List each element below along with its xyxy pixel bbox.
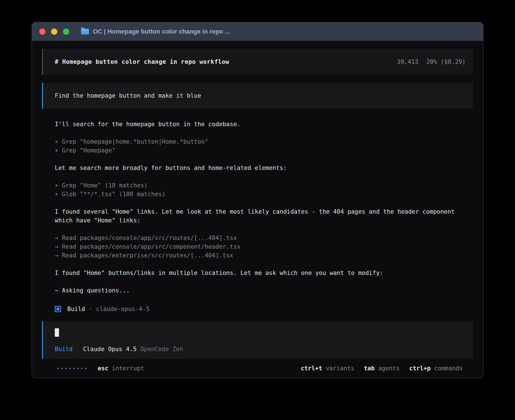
- hint-commands-label: commands: [434, 365, 463, 372]
- tool-call-group: ∗ Grep "Home" (18 matches) ∗ Glob "**/*.…: [55, 181, 473, 199]
- tool-call-grep: ∗ Grep "Homepage": [55, 146, 473, 155]
- close-button[interactable]: [39, 29, 45, 35]
- session-title: # Homepage button color change in repo w…: [55, 58, 229, 65]
- title-bar[interactable]: OC | Homepage button color change in rep…: [32, 22, 483, 41]
- model-label: Claude Opus 4.5: [83, 346, 137, 353]
- spinner-dot: [81, 368, 82, 369]
- tool-call-group: ∗ Grep "homepage|home.*button|Home.*butt…: [55, 137, 473, 155]
- assistant-status: ~ Asking questions...: [55, 286, 473, 295]
- folder-icon: [81, 29, 89, 34]
- provider-label: OpenCode Zen: [140, 346, 183, 353]
- spinner-dot: [65, 368, 67, 369]
- hint-agents-label: agents: [378, 365, 400, 372]
- mode-label[interactable]: Build: [55, 346, 73, 353]
- hints-right: ctrl+t variants tab agents ctrl+p comman…: [301, 365, 463, 372]
- user-message: Find the homepage button and make it blu…: [42, 83, 473, 109]
- traffic-lights: [39, 29, 69, 35]
- session-header: # Homepage button color change in repo w…: [42, 49, 473, 75]
- tool-call-read: → Read packages/console/app/src/componen…: [55, 242, 473, 251]
- spinner-dot: [69, 368, 71, 369]
- spinner-dot: [85, 368, 86, 369]
- agent-separator: ·: [89, 306, 92, 312]
- user-message-text: Find the homepage button and make it blu…: [55, 92, 201, 99]
- hint-commands: ctrl+p commands: [409, 365, 463, 372]
- context-cost: 20% ($0.29): [426, 58, 466, 65]
- hint-interrupt-key: esc: [98, 365, 108, 372]
- zoom-button[interactable]: [63, 29, 69, 35]
- agent-name: Build: [67, 306, 85, 312]
- assistant-transcript: I'll search for the homepage button in t…: [42, 120, 473, 304]
- working-spinner: [57, 368, 86, 369]
- status-bar: esc interrupt ctrl+t variants tab agents…: [42, 359, 473, 378]
- agent-square-icon: [55, 306, 61, 312]
- spinner-dot: [77, 368, 78, 369]
- tool-call-read: → Read packages/enterprise/src/routes/[.…: [55, 251, 473, 260]
- terminal-content: # Homepage button color change in repo w…: [32, 41, 483, 378]
- hint-interrupt: esc interrupt: [98, 365, 144, 372]
- agent-indicator-row: Build · claude-opus-4-5: [42, 304, 473, 314]
- spinner-dot: [61, 368, 63, 369]
- window-title: OC | Homepage button color change in rep…: [93, 28, 230, 35]
- session-stats: 39,413 20% ($0.29): [397, 58, 466, 65]
- tool-call-grep: ∗ Grep "Home" (18 matches): [55, 181, 473, 190]
- input-meta-row: Build Claude Opus 4.5 OpenCode Zen: [55, 346, 466, 353]
- minimize-button[interactable]: [51, 29, 57, 35]
- terminal-window: OC | Homepage button color change in rep…: [32, 22, 483, 378]
- agent-model: claude-opus-4-5: [96, 306, 150, 312]
- hint-agents-key: tab: [364, 365, 375, 372]
- assistant-text: Let me search more broadly for buttons a…: [55, 164, 473, 172]
- assistant-text: I'll search for the homepage button in t…: [55, 120, 473, 129]
- hint-variants-key: ctrl+t: [301, 365, 322, 372]
- hint-variants-label: variants: [326, 365, 354, 372]
- tool-call-group: → Read packages/console/app/src/routes/[…: [55, 234, 473, 260]
- hint-agents: tab agents: [364, 365, 400, 372]
- text-cursor: [55, 328, 59, 337]
- assistant-text: I found several "Home" links. Let me loo…: [55, 207, 473, 225]
- tool-call-read: → Read packages/console/app/src/routes/[…: [55, 234, 473, 242]
- token-count: 39,413: [397, 58, 418, 65]
- tool-call-grep: ∗ Grep "homepage|home.*button|Home.*butt…: [55, 137, 473, 146]
- prompt-input[interactable]: Build Claude Opus 4.5 OpenCode Zen: [42, 321, 473, 359]
- hint-interrupt-label: interrupt: [112, 365, 144, 372]
- spinner-dot: [73, 368, 75, 369]
- hint-commands-key: ctrl+p: [409, 365, 431, 372]
- spinner-dot: [57, 368, 59, 369]
- tool-call-glob: ∗ Glob "**/*.tsx" (100 matches): [55, 190, 473, 199]
- assistant-text: I found "Home" buttons/links in multiple…: [55, 269, 473, 277]
- hint-variants: ctrl+t variants: [301, 365, 354, 372]
